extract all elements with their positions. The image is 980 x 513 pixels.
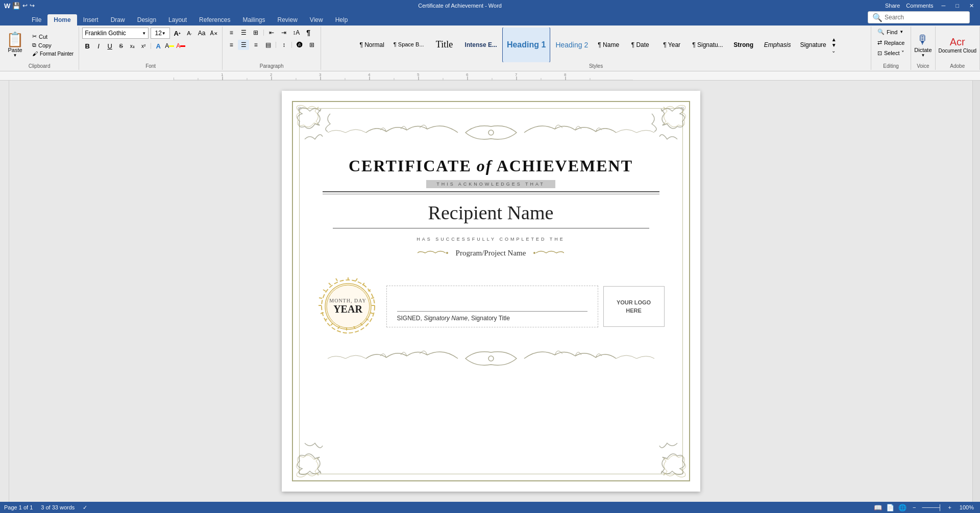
zoom-in[interactable]: +	[946, 504, 953, 510]
style-normal[interactable]: ¶ Normal	[355, 28, 388, 62]
style-strong[interactable]: Strong	[728, 28, 759, 62]
style-title[interactable]: Title	[429, 28, 460, 62]
minimize-button[interactable]: ─	[940, 3, 948, 9]
font-name-dropdown[interactable]: ▼	[142, 31, 146, 36]
justify-button[interactable]: ▤	[262, 40, 274, 50]
cert-completed-text: HAS SUCCESSFULLY COMPLETED THE	[416, 237, 565, 242]
multilevel-button[interactable]: ⊞	[250, 28, 261, 38]
view-print-layout[interactable]: 📄	[886, 504, 894, 511]
align-right-button[interactable]: ≡	[250, 40, 261, 50]
paste-button[interactable]: 📋 Paste ▼	[3, 32, 27, 59]
font-name-selector[interactable]: Franklin Gothic ▼	[82, 28, 149, 39]
text-effects-button[interactable]: A	[153, 41, 163, 51]
dictate-button[interactable]: 🎙 Dictate ▼	[914, 33, 932, 58]
tab-insert[interactable]: Insert	[77, 14, 105, 25]
zoom-slider[interactable]: ────┤	[922, 504, 942, 510]
tab-draw[interactable]: Draw	[105, 14, 131, 25]
quick-access-undo[interactable]: ↩	[22, 2, 28, 9]
align-left-button[interactable]: ≡	[226, 40, 237, 50]
zoom-out[interactable]: −	[911, 504, 918, 510]
cert-hr-top	[323, 191, 659, 192]
tab-help[interactable]: Help	[329, 14, 354, 25]
comments-button[interactable]: Comments	[906, 3, 933, 9]
style-heading1[interactable]: Heading 1	[502, 28, 550, 62]
style-emphasis[interactable]: Emphasis	[760, 28, 795, 62]
svg-text:4: 4	[368, 72, 371, 77]
search-input[interactable]: Search	[885, 14, 904, 21]
document-area[interactable]: CERTIFICATE of ACHIEVEMENT THIS ACKNOWLE…	[9, 81, 972, 502]
maximize-button[interactable]: □	[953, 3, 961, 9]
style-intense-emphasis[interactable]: Intense E...	[461, 28, 501, 62]
line-spacing-button[interactable]: ↕	[278, 40, 289, 50]
italic-button[interactable]: I	[93, 41, 104, 51]
underline-button[interactable]: U	[105, 41, 115, 51]
font-grow-button[interactable]: A+	[172, 28, 182, 38]
show-hide-button[interactable]: ¶	[303, 28, 314, 38]
document-page: CERTIFICATE of ACHIEVEMENT THIS ACKNOWLE…	[282, 91, 700, 492]
quick-access-save[interactable]: 💾	[12, 2, 20, 10]
style-signature2[interactable]: Signature	[796, 28, 830, 62]
replace-button[interactable]: ⇄ Replace	[874, 38, 908, 47]
bold-button[interactable]: B	[82, 41, 92, 51]
svg-text:2: 2	[270, 72, 273, 77]
select-button[interactable]: ⊡ Select ˅	[874, 49, 908, 58]
subscript-button[interactable]: x₂	[127, 41, 137, 51]
copy-button[interactable]: ⧉ Copy	[30, 41, 76, 49]
close-button[interactable]: ✕	[967, 3, 976, 9]
increase-indent-button[interactable]: ⇥	[278, 28, 289, 38]
align-center-button[interactable]: ☰	[238, 40, 249, 50]
bullets-button[interactable]: ≡	[226, 28, 237, 38]
style-year[interactable]: ¶ Year	[656, 28, 687, 62]
tab-review[interactable]: Review	[272, 14, 304, 25]
style-signature[interactable]: ¶ Signatu...	[688, 28, 727, 62]
clipboard-group: 📋 Paste ▼ ✂ Cut ⧉ Copy 🖌 Format Painter	[0, 27, 79, 70]
strikethrough-button[interactable]: S	[116, 41, 126, 51]
search-bar[interactable]: 🔍 Search	[868, 11, 970, 23]
font-size-dropdown[interactable]: ▼	[162, 31, 166, 36]
tab-layout[interactable]: Layout	[162, 14, 193, 25]
font-color-button[interactable]: A	[176, 41, 186, 51]
cert-program-name: Program/Project Name	[456, 249, 526, 258]
tab-mailings[interactable]: Mailings	[236, 14, 271, 25]
font-shrink-button[interactable]: A-	[184, 28, 194, 38]
cert-subtitle-text: THIS ACKNOWLEDGES THAT	[426, 180, 555, 188]
view-read-mode[interactable]: 📖	[874, 504, 882, 511]
quick-access-redo[interactable]: ↪	[30, 2, 35, 9]
tab-references[interactable]: References	[193, 14, 236, 25]
scrollbar-right[interactable]	[972, 81, 980, 502]
tab-file[interactable]: File	[26, 14, 47, 25]
style-space-before[interactable]: ¶ Space B...	[389, 28, 428, 62]
styles-scroll-down[interactable]: ▼	[831, 42, 837, 48]
svg-point-30	[488, 130, 494, 135]
zoom-level[interactable]: 100%	[958, 504, 976, 510]
styles-scroll-up[interactable]: ▲	[831, 37, 837, 42]
clear-formatting-button[interactable]: Ā✕	[209, 28, 219, 38]
styles-more[interactable]: ⌄	[831, 48, 837, 54]
tab-design[interactable]: Design	[131, 14, 162, 25]
font-size-selector[interactable]: 12 ▼	[151, 28, 170, 39]
shading-button[interactable]: 🅐	[294, 40, 305, 50]
sort-button[interactable]: ↕A	[290, 28, 302, 38]
borders-button[interactable]: ⊞	[306, 40, 317, 50]
cut-button[interactable]: ✂ Cut	[30, 33, 76, 40]
tab-view[interactable]: View	[304, 14, 329, 25]
document-cloud-button[interactable]: Acr Document Cloud	[939, 36, 976, 54]
find-button[interactable]: 🔍 Find ▼	[874, 28, 906, 36]
style-name[interactable]: ¶ Name	[593, 28, 624, 62]
style-date[interactable]: ¶ Date	[625, 28, 655, 62]
corner-br-decoration	[642, 433, 688, 479]
share-button[interactable]: Share	[885, 3, 900, 9]
highlight-color-button[interactable]: A	[164, 41, 175, 51]
tab-home[interactable]: Home	[47, 14, 77, 25]
decrease-indent-button[interactable]: ⇤	[266, 28, 277, 38]
view-web-layout[interactable]: 🌐	[898, 504, 906, 511]
status-bar: Page 1 of 1 3 of 33 words ✓ 📖 📄 🌐 − ────…	[0, 502, 980, 513]
superscript-button[interactable]: x²	[138, 41, 149, 51]
svg-text:7: 7	[515, 72, 518, 77]
numbering-button[interactable]: ☰	[238, 28, 249, 38]
proofing-icon[interactable]: ✓	[83, 504, 87, 511]
change-case-button[interactable]: Aa	[197, 28, 207, 38]
format-painter-button[interactable]: 🖌 Format Painter	[30, 50, 76, 57]
paste-dropdown-arrow[interactable]: ▼	[13, 53, 17, 58]
style-heading2[interactable]: Heading 2	[551, 28, 592, 62]
